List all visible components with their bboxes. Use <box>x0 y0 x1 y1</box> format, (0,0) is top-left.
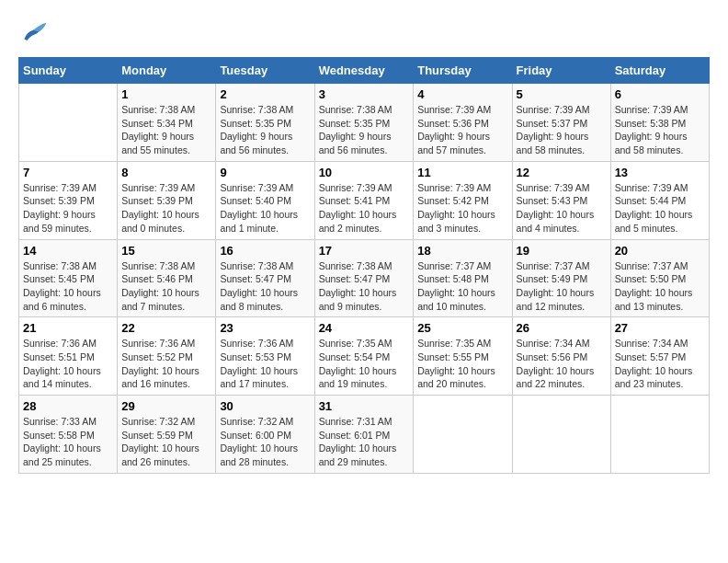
column-header-friday: Friday <box>512 58 610 84</box>
day-number: 15 <box>121 244 211 258</box>
day-number: 6 <box>615 87 705 101</box>
day-info: Sunrise: 7:39 AM Sunset: 5:37 PM Dayligh… <box>517 103 607 157</box>
day-info: Sunrise: 7:39 AM Sunset: 5:36 PM Dayligh… <box>417 103 507 157</box>
week-row-4: 21Sunrise: 7:36 AM Sunset: 5:51 PM Dayli… <box>19 317 710 396</box>
column-header-wednesday: Wednesday <box>314 58 414 84</box>
day-info: Sunrise: 7:39 AM Sunset: 5:38 PM Dayligh… <box>615 103 705 157</box>
calendar-cell: 29Sunrise: 7:32 AM Sunset: 5:59 PM Dayli… <box>118 396 216 474</box>
day-info: Sunrise: 7:38 AM Sunset: 5:35 PM Dayligh… <box>220 103 310 157</box>
day-info: Sunrise: 7:36 AM Sunset: 5:52 PM Dayligh… <box>121 337 211 391</box>
calendar-cell: 30Sunrise: 7:32 AM Sunset: 6:00 PM Dayli… <box>216 396 314 474</box>
day-info: Sunrise: 7:39 AM Sunset: 5:43 PM Dayligh… <box>517 181 607 236</box>
calendar-cell: 24Sunrise: 7:35 AM Sunset: 5:54 PM Dayli… <box>314 317 414 396</box>
calendar-cell: 20Sunrise: 7:37 AM Sunset: 5:50 PM Dayli… <box>610 239 709 317</box>
page-header <box>18 18 710 48</box>
calendar-cell: 14Sunrise: 7:38 AM Sunset: 5:45 PM Dayli… <box>19 239 118 317</box>
day-number: 5 <box>517 87 607 101</box>
day-number: 20 <box>615 244 705 258</box>
calendar-table: SundayMondayTuesdayWednesdayThursdayFrid… <box>18 57 710 474</box>
calendar-cell: 1Sunrise: 7:38 AM Sunset: 5:34 PM Daylig… <box>118 84 216 162</box>
day-info: Sunrise: 7:39 AM Sunset: 5:42 PM Dayligh… <box>417 181 507 236</box>
day-info: Sunrise: 7:32 AM Sunset: 6:00 PM Dayligh… <box>220 415 310 469</box>
day-info: Sunrise: 7:38 AM Sunset: 5:34 PM Dayligh… <box>121 103 211 157</box>
day-info: Sunrise: 7:32 AM Sunset: 5:59 PM Dayligh… <box>121 415 211 469</box>
calendar-cell: 4Sunrise: 7:39 AM Sunset: 5:36 PM Daylig… <box>414 84 512 162</box>
calendar-cell <box>610 396 709 474</box>
week-row-1: 1Sunrise: 7:38 AM Sunset: 5:34 PM Daylig… <box>19 84 710 162</box>
day-number: 13 <box>615 166 705 179</box>
calendar-cell: 26Sunrise: 7:34 AM Sunset: 5:56 PM Dayli… <box>512 317 610 396</box>
calendar-cell: 19Sunrise: 7:37 AM Sunset: 5:49 PM Dayli… <box>512 239 610 317</box>
day-info: Sunrise: 7:38 AM Sunset: 5:35 PM Dayligh… <box>319 103 410 157</box>
day-number: 17 <box>319 244 410 258</box>
logo <box>18 18 51 48</box>
calendar-cell: 22Sunrise: 7:36 AM Sunset: 5:52 PM Dayli… <box>118 317 216 396</box>
calendar-cell: 27Sunrise: 7:34 AM Sunset: 5:57 PM Dayli… <box>610 317 709 396</box>
day-info: Sunrise: 7:33 AM Sunset: 5:58 PM Dayligh… <box>23 415 113 469</box>
day-info: Sunrise: 7:37 AM Sunset: 5:50 PM Dayligh… <box>615 259 705 314</box>
calendar-cell: 8Sunrise: 7:39 AM Sunset: 5:39 PM Daylig… <box>118 161 216 239</box>
day-info: Sunrise: 7:39 AM Sunset: 5:39 PM Dayligh… <box>23 181 113 236</box>
calendar-cell: 5Sunrise: 7:39 AM Sunset: 5:37 PM Daylig… <box>512 84 610 162</box>
logo-icon <box>18 18 48 48</box>
day-number: 14 <box>23 244 113 258</box>
day-number: 19 <box>517 244 607 258</box>
day-number: 27 <box>615 321 705 335</box>
calendar-cell: 28Sunrise: 7:33 AM Sunset: 5:58 PM Dayli… <box>19 396 118 474</box>
day-number: 31 <box>319 399 410 413</box>
day-info: Sunrise: 7:31 AM Sunset: 6:01 PM Dayligh… <box>319 415 410 469</box>
day-number: 30 <box>220 399 310 413</box>
day-info: Sunrise: 7:36 AM Sunset: 5:53 PM Dayligh… <box>220 337 310 391</box>
calendar-cell: 7Sunrise: 7:39 AM Sunset: 5:39 PM Daylig… <box>19 161 118 239</box>
column-header-saturday: Saturday <box>610 58 709 84</box>
calendar-cell: 6Sunrise: 7:39 AM Sunset: 5:38 PM Daylig… <box>610 84 709 162</box>
day-number: 7 <box>23 166 113 179</box>
day-info: Sunrise: 7:38 AM Sunset: 5:47 PM Dayligh… <box>220 259 310 314</box>
calendar-cell: 13Sunrise: 7:39 AM Sunset: 5:44 PM Dayli… <box>610 161 709 239</box>
day-number: 3 <box>319 87 410 101</box>
day-number: 16 <box>220 244 310 258</box>
day-number: 21 <box>23 321 113 335</box>
calendar-cell <box>414 396 512 474</box>
week-row-5: 28Sunrise: 7:33 AM Sunset: 5:58 PM Dayli… <box>19 396 710 474</box>
day-info: Sunrise: 7:39 AM Sunset: 5:44 PM Dayligh… <box>615 181 705 236</box>
calendar-cell: 2Sunrise: 7:38 AM Sunset: 5:35 PM Daylig… <box>216 84 314 162</box>
day-info: Sunrise: 7:37 AM Sunset: 5:48 PM Dayligh… <box>417 259 507 314</box>
calendar-cell: 12Sunrise: 7:39 AM Sunset: 5:43 PM Dayli… <box>512 161 610 239</box>
column-header-thursday: Thursday <box>414 58 512 84</box>
day-number: 10 <box>319 166 410 179</box>
day-number: 24 <box>319 321 410 335</box>
day-info: Sunrise: 7:34 AM Sunset: 5:56 PM Dayligh… <box>517 337 607 391</box>
calendar-cell: 3Sunrise: 7:38 AM Sunset: 5:35 PM Daylig… <box>314 84 414 162</box>
day-info: Sunrise: 7:38 AM Sunset: 5:46 PM Dayligh… <box>121 259 211 314</box>
day-number: 12 <box>517 166 607 179</box>
calendar-cell: 23Sunrise: 7:36 AM Sunset: 5:53 PM Dayli… <box>216 317 314 396</box>
calendar-cell: 15Sunrise: 7:38 AM Sunset: 5:46 PM Dayli… <box>118 239 216 317</box>
day-number: 9 <box>220 166 310 179</box>
week-row-2: 7Sunrise: 7:39 AM Sunset: 5:39 PM Daylig… <box>19 161 710 239</box>
calendar-cell: 25Sunrise: 7:35 AM Sunset: 5:55 PM Dayli… <box>414 317 512 396</box>
day-info: Sunrise: 7:35 AM Sunset: 5:54 PM Dayligh… <box>319 337 410 391</box>
header-row: SundayMondayTuesdayWednesdayThursdayFrid… <box>19 58 710 84</box>
day-number: 23 <box>220 321 310 335</box>
calendar-header: SundayMondayTuesdayWednesdayThursdayFrid… <box>19 58 710 84</box>
day-number: 11 <box>417 166 507 179</box>
calendar-cell <box>512 396 610 474</box>
calendar-cell: 31Sunrise: 7:31 AM Sunset: 6:01 PM Dayli… <box>314 396 414 474</box>
day-info: Sunrise: 7:38 AM Sunset: 5:45 PM Dayligh… <box>23 259 113 314</box>
day-info: Sunrise: 7:38 AM Sunset: 5:47 PM Dayligh… <box>319 259 410 314</box>
day-info: Sunrise: 7:36 AM Sunset: 5:51 PM Dayligh… <box>23 337 113 391</box>
day-info: Sunrise: 7:37 AM Sunset: 5:49 PM Dayligh… <box>517 259 607 314</box>
column-header-sunday: Sunday <box>19 58 118 84</box>
day-number: 25 <box>417 321 507 335</box>
day-info: Sunrise: 7:34 AM Sunset: 5:57 PM Dayligh… <box>615 337 705 391</box>
week-row-3: 14Sunrise: 7:38 AM Sunset: 5:45 PM Dayli… <box>19 239 710 317</box>
day-number: 2 <box>220 87 310 101</box>
day-number: 26 <box>517 321 607 335</box>
calendar-cell: 18Sunrise: 7:37 AM Sunset: 5:48 PM Dayli… <box>414 239 512 317</box>
day-number: 29 <box>121 399 211 413</box>
day-number: 8 <box>121 166 211 179</box>
calendar-cell: 16Sunrise: 7:38 AM Sunset: 5:47 PM Dayli… <box>216 239 314 317</box>
calendar-cell: 17Sunrise: 7:38 AM Sunset: 5:47 PM Dayli… <box>314 239 414 317</box>
day-info: Sunrise: 7:39 AM Sunset: 5:39 PM Dayligh… <box>121 181 211 236</box>
